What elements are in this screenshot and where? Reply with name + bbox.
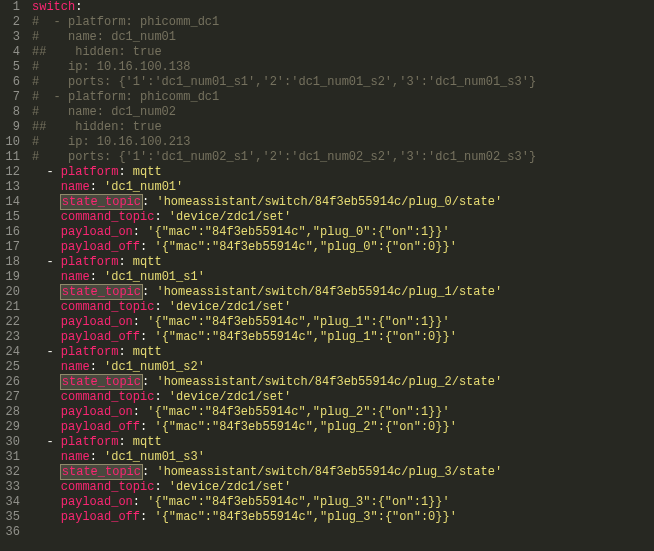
code-line[interactable]: name: 'dc1_num01_s1' <box>32 270 654 285</box>
code-line[interactable]: state_topic: 'homeassistant/switch/84f3e… <box>32 465 654 480</box>
token-cmt: # ports: {'1':'dc1_num02_s1','2':'dc1_nu… <box>32 150 536 164</box>
token-key: payload_on <box>61 405 133 419</box>
code-line[interactable]: payload_off: '{"mac":"84f3eb55914c","plu… <box>32 240 654 255</box>
code-line[interactable]: state_topic: 'homeassistant/switch/84f3e… <box>32 375 654 390</box>
token-cmt: # ports: {'1':'dc1_num01_s1','2':'dc1_nu… <box>32 75 536 89</box>
token-str: '{"mac":"84f3eb55914c","plug_3":{"on":0}… <box>154 510 456 524</box>
token-str: mqtt <box>133 435 162 449</box>
token-punct: : <box>118 255 132 269</box>
line-number: 29 <box>0 420 20 435</box>
token-str: '{"mac":"84f3eb55914c","plug_1":{"on":0}… <box>154 330 456 344</box>
token-str: 'device/zdc1/set' <box>169 480 291 494</box>
token-str: mqtt <box>133 165 162 179</box>
code-line[interactable]: # ports: {'1':'dc1_num02_s1','2':'dc1_nu… <box>32 150 654 165</box>
token-punct: : <box>142 375 156 389</box>
token-key: payload_off <box>61 240 140 254</box>
token-punct: : <box>118 345 132 359</box>
token-str: 'device/zdc1/set' <box>169 300 291 314</box>
code-line[interactable]: # - platform: phicomm_dc1 <box>32 15 654 30</box>
token-key: command_topic <box>61 300 155 314</box>
code-line[interactable]: # name: dc1_num01 <box>32 30 654 45</box>
code-line[interactable]: name: 'dc1_num01_s2' <box>32 360 654 375</box>
line-number: 21 <box>0 300 20 315</box>
code-line[interactable]: state_topic: 'homeassistant/switch/84f3e… <box>32 285 654 300</box>
line-number: 27 <box>0 390 20 405</box>
line-number: 5 <box>0 60 20 75</box>
token-key: state_topic <box>61 375 142 389</box>
code-line[interactable]: name: 'dc1_num01_s3' <box>32 450 654 465</box>
line-number: 32 <box>0 465 20 480</box>
code-line[interactable]: ## hidden: true <box>32 45 654 60</box>
code-line[interactable]: # ip: 10.16.100.213 <box>32 135 654 150</box>
code-line[interactable]: command_topic: 'device/zdc1/set' <box>32 210 654 225</box>
code-line[interactable] <box>32 525 654 540</box>
token-cmt: # name: dc1_num02 <box>32 105 176 119</box>
token-key: platform <box>61 165 119 179</box>
token-punct: : <box>140 240 154 254</box>
code-line[interactable]: - platform: mqtt <box>32 165 654 180</box>
code-line[interactable]: ## hidden: true <box>32 120 654 135</box>
token-key: payload_off <box>61 420 140 434</box>
line-number: 4 <box>0 45 20 60</box>
code-line[interactable]: payload_on: '{"mac":"84f3eb55914c","plug… <box>32 405 654 420</box>
token-punct: : <box>154 300 168 314</box>
line-number: 22 <box>0 315 20 330</box>
line-number: 14 <box>0 195 20 210</box>
line-number: 34 <box>0 495 20 510</box>
code-line[interactable]: - platform: mqtt <box>32 255 654 270</box>
code-line[interactable]: state_topic: 'homeassistant/switch/84f3e… <box>32 195 654 210</box>
code-line[interactable]: payload_off: '{"mac":"84f3eb55914c","plu… <box>32 330 654 345</box>
token-punct: : <box>154 480 168 494</box>
code-line[interactable]: command_topic: 'device/zdc1/set' <box>32 390 654 405</box>
token-str: '{"mac":"84f3eb55914c","plug_0":{"on":1}… <box>147 225 449 239</box>
line-number: 16 <box>0 225 20 240</box>
token-str: '{"mac":"84f3eb55914c","plug_0":{"on":0}… <box>154 240 456 254</box>
token-str: 'homeassistant/switch/84f3eb55914c/plug_… <box>156 375 502 389</box>
token-str: 'device/zdc1/set' <box>169 210 291 224</box>
code-line[interactable]: # name: dc1_num02 <box>32 105 654 120</box>
token-punct: : <box>142 465 156 479</box>
token-key: state_topic <box>61 465 142 479</box>
line-number: 30 <box>0 435 20 450</box>
token-str: 'homeassistant/switch/84f3eb55914c/plug_… <box>156 465 502 479</box>
line-number: 15 <box>0 210 20 225</box>
code-line[interactable]: - platform: mqtt <box>32 435 654 450</box>
token-cmt: ## hidden: true <box>32 120 162 134</box>
line-number: 31 <box>0 450 20 465</box>
code-line[interactable]: # ports: {'1':'dc1_num01_s1','2':'dc1_nu… <box>32 75 654 90</box>
code-line[interactable]: command_topic: 'device/zdc1/set' <box>32 480 654 495</box>
token-punct: : <box>90 360 104 374</box>
token-key: command_topic <box>61 480 155 494</box>
code-line[interactable]: payload_off: '{"mac":"84f3eb55914c","plu… <box>32 420 654 435</box>
token-cmt: ## hidden: true <box>32 45 162 59</box>
code-line[interactable]: name: 'dc1_num01' <box>32 180 654 195</box>
token-key: payload_off <box>61 510 140 524</box>
token-punct: : <box>140 330 154 344</box>
code-line[interactable]: # ip: 10.16.100.138 <box>32 60 654 75</box>
line-number: 17 <box>0 240 20 255</box>
code-editor-content[interactable]: switch:# - platform: phicomm_dc1# name: … <box>28 0 654 551</box>
code-line[interactable]: command_topic: 'device/zdc1/set' <box>32 300 654 315</box>
token-key: name <box>61 360 90 374</box>
token-punct: - <box>46 165 60 179</box>
code-line[interactable]: - platform: mqtt <box>32 345 654 360</box>
token-punct: : <box>154 390 168 404</box>
line-number: 6 <box>0 75 20 90</box>
token-punct: : <box>154 210 168 224</box>
line-number: 13 <box>0 180 20 195</box>
token-key: platform <box>61 435 119 449</box>
code-line[interactable]: payload_on: '{"mac":"84f3eb55914c","plug… <box>32 225 654 240</box>
token-cmt: # - platform: phicomm_dc1 <box>32 15 219 29</box>
code-line[interactable]: payload_on: '{"mac":"84f3eb55914c","plug… <box>32 315 654 330</box>
code-line[interactable]: switch: <box>32 0 654 15</box>
line-number: 7 <box>0 90 20 105</box>
token-str: 'dc1_num01_s3' <box>104 450 205 464</box>
token-punct: : <box>133 225 147 239</box>
token-key: command_topic <box>61 390 155 404</box>
code-line[interactable]: payload_on: '{"mac":"84f3eb55914c","plug… <box>32 495 654 510</box>
token-punct: : <box>90 450 104 464</box>
code-line[interactable]: # - platform: phicomm_dc1 <box>32 90 654 105</box>
code-line[interactable]: payload_off: '{"mac":"84f3eb55914c","plu… <box>32 510 654 525</box>
token-punct: - <box>46 255 60 269</box>
token-punct: : <box>90 180 104 194</box>
